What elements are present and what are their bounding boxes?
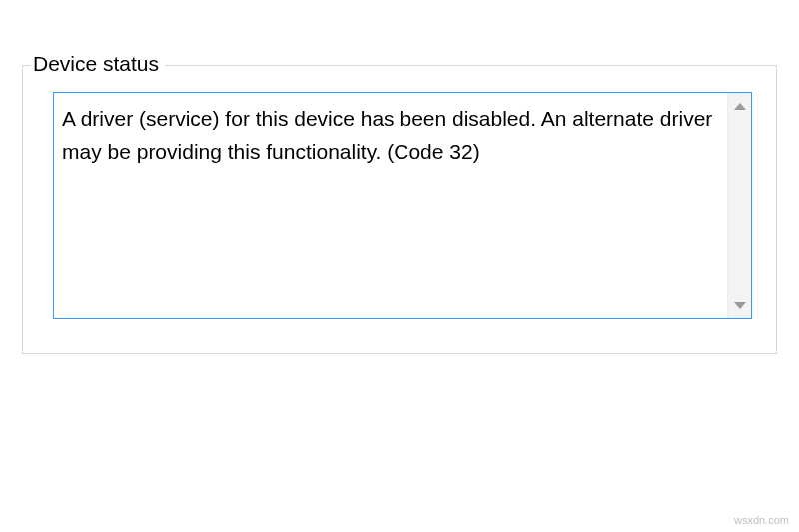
device-status-text: A driver (service) for this device has b… bbox=[62, 103, 721, 168]
vertical-scrollbar[interactable] bbox=[727, 93, 751, 318]
device-status-textbox[interactable]: A driver (service) for this device has b… bbox=[53, 92, 752, 319]
scroll-up-button[interactable] bbox=[728, 93, 751, 119]
chevron-down-icon bbox=[734, 302, 746, 309]
scroll-down-button[interactable] bbox=[728, 292, 751, 318]
chevron-up-icon bbox=[734, 103, 746, 110]
device-status-group: Device status A driver (service) for thi… bbox=[22, 65, 777, 354]
group-label: Device status bbox=[31, 52, 165, 76]
watermark-text: wsxdn.com bbox=[734, 514, 789, 526]
